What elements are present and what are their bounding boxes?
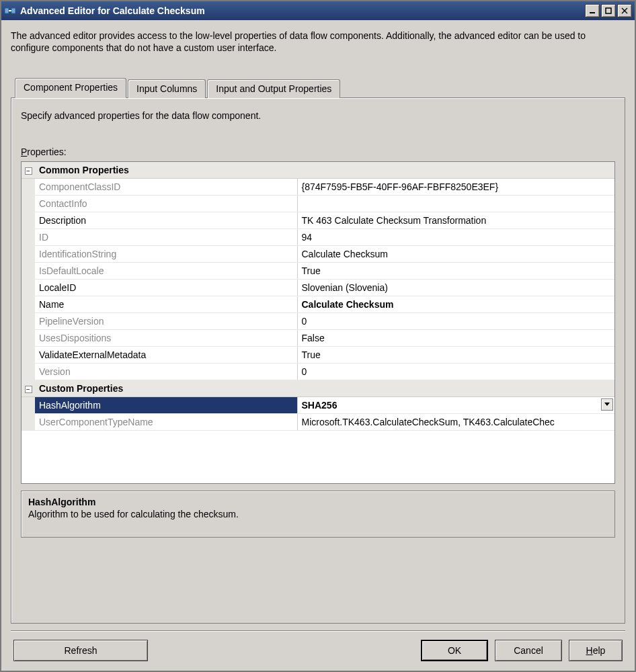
prop-pipelineversion[interactable]: PipelineVersion 0 <box>22 313 614 330</box>
tab-input-output-properties[interactable]: Input and Output Properties <box>207 79 340 98</box>
maximize-button[interactable] <box>601 4 616 17</box>
svg-rect-0 <box>5 8 9 13</box>
client-area: The advanced editor provides access to t… <box>1 20 635 671</box>
ok-button[interactable]: OK <box>421 640 488 661</box>
properties-label: Properties: <box>21 146 615 157</box>
dropdown-button[interactable] <box>601 398 613 411</box>
description-text: Algorithm to be used for calculating the… <box>28 509 608 519</box>
close-button[interactable] <box>617 4 632 17</box>
prop-name[interactable]: Name Calculate Checksum <box>22 296 614 313</box>
tab-instruction: Specify advanced properties for the data… <box>21 110 615 121</box>
collapse-icon[interactable]: − <box>25 386 32 393</box>
svg-marker-7 <box>604 403 610 406</box>
dialog-buttons: Refresh OK Cancel Help <box>11 640 625 664</box>
help-button[interactable]: Help <box>569 640 623 661</box>
description-title: HashAlgorithm <box>28 497 608 507</box>
tab-component-properties[interactable]: Component Properties <box>15 78 126 98</box>
prop-contactinfo[interactable]: ContactInfo <box>22 196 614 212</box>
prop-identificationstring[interactable]: IdentificationString Calculate Checksum <box>22 246 614 263</box>
titlebar[interactable]: Advanced Editor for Calculate Checksum <box>1 1 635 20</box>
collapse-icon[interactable]: − <box>25 167 32 175</box>
prop-value[interactable]: SHA256 <box>302 400 337 411</box>
prop-validateexternalmetadata[interactable]: ValidateExternalMetadata True <box>22 347 614 364</box>
description-panel: HashAlgorithm Algorithm to be used for c… <box>21 491 615 538</box>
minimize-button[interactable] <box>585 4 600 17</box>
prop-usercomponenttypename[interactable]: UserComponentTypeName Microsoft.TK463.Ca… <box>22 414 614 431</box>
prop-id[interactable]: ID 94 <box>22 229 614 246</box>
intro-text: The advanced editor provides access to t… <box>11 30 625 54</box>
prop-isdefaultlocale[interactable]: IsDefaultLocale True <box>22 263 614 280</box>
tab-strip: Component Properties Input Columns Input… <box>11 78 625 98</box>
app-icon <box>4 5 16 16</box>
tab-container: Component Properties Input Columns Input… <box>11 78 625 624</box>
property-grid[interactable]: − Common Properties ComponentClassID {87… <box>21 161 615 484</box>
tab-body: Specify advanced properties for the data… <box>11 97 625 624</box>
refresh-button[interactable]: Refresh <box>13 640 148 661</box>
advanced-editor-window: Advanced Editor for Calculate Checksum T… <box>0 0 636 672</box>
prop-description[interactable]: Description TK 463 Calculate Checksum Tr… <box>22 212 614 229</box>
prop-componentclassid[interactable]: ComponentClassID {874F7595-FB5F-40FF-96A… <box>22 179 614 196</box>
prop-usesdispositions[interactable]: UsesDispositions False <box>22 330 614 347</box>
prop-version[interactable]: Version 0 <box>22 364 614 380</box>
category-common[interactable]: − Common Properties <box>22 162 614 179</box>
category-label: Common Properties <box>35 162 614 179</box>
prop-localeid[interactable]: LocaleID Slovenian (Slovenia) <box>22 280 614 296</box>
window-title: Advanced Editor for Calculate Checksum <box>20 5 585 16</box>
svg-rect-1 <box>11 8 15 13</box>
separator <box>11 630 625 632</box>
category-custom[interactable]: − Custom Properties <box>22 380 614 397</box>
tab-input-columns[interactable]: Input Columns <box>128 79 206 98</box>
window-controls <box>585 4 632 17</box>
svg-rect-4 <box>606 8 611 13</box>
category-label: Custom Properties <box>35 380 614 397</box>
cancel-button[interactable]: Cancel <box>495 640 562 661</box>
prop-hashalgorithm[interactable]: HashAlgorithm SHA256 <box>22 397 614 414</box>
